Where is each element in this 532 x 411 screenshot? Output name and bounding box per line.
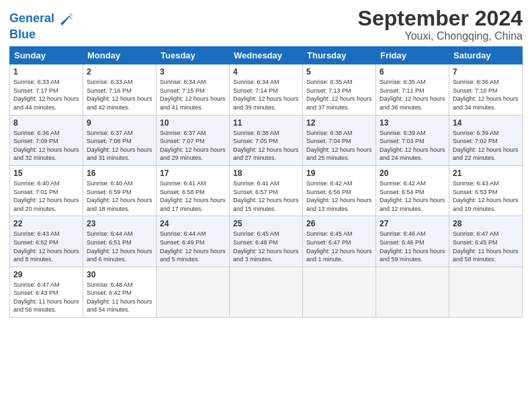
day-cell: 27 Sunrise: 6:46 AMSunset: 6:46 PMDaylig… — [376, 216, 449, 267]
day-cell: 21 Sunrise: 6:43 AMSunset: 6:53 PMDaylig… — [449, 165, 523, 216]
week-row-4: 22 Sunrise: 6:43 AMSunset: 6:52 PMDaylig… — [10, 216, 523, 267]
day-cell — [157, 267, 230, 317]
day-cell: 25 Sunrise: 6:45 AMSunset: 6:48 PMDaylig… — [230, 216, 303, 267]
day-number: 4 — [233, 67, 299, 77]
day-number: 1 — [13, 67, 79, 77]
day-cell: 19 Sunrise: 6:42 AMSunset: 6:56 PMDaylig… — [303, 165, 376, 216]
day-number: 12 — [306, 118, 372, 128]
day-info: Sunrise: 6:35 AMSunset: 7:11 PMDaylight:… — [380, 78, 445, 111]
day-info: Sunrise: 6:35 AMSunset: 7:13 PMDaylight:… — [306, 78, 372, 111]
day-number: 14 — [453, 118, 519, 128]
day-number: 19 — [306, 169, 372, 178]
weekday-header-row: SundayMondayTuesdayWednesdayThursdayFrid… — [10, 47, 523, 64]
day-number: 15 — [13, 169, 79, 178]
day-number: 11 — [233, 118, 299, 128]
day-info: Sunrise: 6:33 AMSunset: 7:16 PMDaylight:… — [87, 78, 152, 111]
day-cell: 23 Sunrise: 6:44 AMSunset: 6:51 PMDaylig… — [83, 216, 157, 267]
weekday-header-saturday: Saturday — [449, 47, 523, 64]
day-number: 9 — [87, 118, 152, 128]
svg-marker-1 — [63, 13, 73, 26]
day-number: 13 — [380, 118, 445, 128]
day-cell: 22 Sunrise: 6:43 AMSunset: 6:52 PMDaylig… — [10, 216, 83, 267]
day-info: Sunrise: 6:47 AMSunset: 6:45 PMDaylight:… — [453, 230, 519, 263]
day-cell: 1 Sunrise: 6:33 AMSunset: 7:17 PMDayligh… — [10, 64, 83, 115]
day-info: Sunrise: 6:36 AMSunset: 7:09 PMDaylight:… — [13, 129, 79, 163]
day-cell: 24 Sunrise: 6:44 AMSunset: 6:49 PMDaylig… — [157, 216, 230, 267]
calendar-table: SundayMondayTuesdayWednesdayThursdayFrid… — [9, 46, 523, 318]
day-number: 5 — [306, 67, 372, 77]
day-info: Sunrise: 6:40 AMSunset: 6:59 PMDaylight:… — [87, 179, 152, 213]
day-number: 28 — [453, 219, 519, 228]
day-info: Sunrise: 6:41 AMSunset: 6:57 PMDaylight:… — [233, 179, 299, 213]
day-cell — [303, 267, 376, 317]
day-number: 6 — [380, 67, 445, 77]
day-cell — [449, 267, 523, 317]
day-number: 18 — [233, 169, 299, 178]
day-cell: 20 Sunrise: 6:42 AMSunset: 6:54 PMDaylig… — [376, 165, 449, 216]
day-info: Sunrise: 6:42 AMSunset: 6:56 PMDaylight:… — [306, 179, 372, 213]
day-info: Sunrise: 6:47 AMSunset: 6:43 PMDaylight:… — [13, 281, 79, 314]
day-cell: 4 Sunrise: 6:34 AMSunset: 7:14 PMDayligh… — [230, 64, 303, 115]
logo-blue-text: Blue — [9, 28, 75, 42]
day-info: Sunrise: 6:36 AMSunset: 7:10 PMDaylight:… — [453, 78, 519, 111]
day-number: 7 — [453, 67, 519, 77]
logo: General Blue — [9, 9, 75, 42]
weekday-header-tuesday: Tuesday — [157, 47, 230, 64]
weekday-header-monday: Monday — [83, 47, 157, 64]
day-number: 21 — [453, 169, 519, 178]
day-number: 29 — [13, 270, 79, 279]
day-number: 17 — [160, 169, 226, 178]
day-cell: 30 Sunrise: 6:48 AMSunset: 6:42 PMDaylig… — [83, 267, 157, 317]
week-row-2: 8 Sunrise: 6:36 AMSunset: 7:09 PMDayligh… — [10, 115, 523, 165]
day-info: Sunrise: 6:37 AMSunset: 7:07 PMDaylight:… — [160, 129, 226, 163]
day-cell: 7 Sunrise: 6:36 AMSunset: 7:10 PMDayligh… — [449, 64, 523, 115]
day-cell: 10 Sunrise: 6:37 AMSunset: 7:07 PMDaylig… — [157, 115, 230, 165]
day-info: Sunrise: 6:46 AMSunset: 6:46 PMDaylight:… — [380, 230, 445, 263]
page: General Blue September 2024 Youxi, Chong… — [0, 0, 532, 411]
day-number: 2 — [87, 67, 152, 77]
week-row-5: 29 Sunrise: 6:47 AMSunset: 6:43 PMDaylig… — [10, 267, 523, 317]
day-info: Sunrise: 6:43 AMSunset: 6:52 PMDaylight:… — [13, 230, 79, 263]
day-info: Sunrise: 6:37 AMSunset: 7:08 PMDaylight:… — [87, 129, 152, 163]
day-info: Sunrise: 6:41 AMSunset: 6:58 PMDaylight:… — [160, 179, 226, 213]
day-info: Sunrise: 6:44 AMSunset: 6:51 PMDaylight:… — [87, 230, 152, 263]
calendar-subtitle: Youxi, Chongqing, China — [358, 30, 523, 42]
day-number: 8 — [13, 118, 79, 128]
day-cell: 5 Sunrise: 6:35 AMSunset: 7:13 PMDayligh… — [303, 64, 376, 115]
day-info: Sunrise: 6:38 AMSunset: 7:04 PMDaylight:… — [306, 129, 372, 163]
day-cell: 6 Sunrise: 6:35 AMSunset: 7:11 PMDayligh… — [376, 64, 449, 115]
day-number: 3 — [160, 67, 226, 77]
day-info: Sunrise: 6:45 AMSunset: 6:48 PMDaylight:… — [233, 230, 299, 263]
day-number: 26 — [306, 219, 372, 228]
day-info: Sunrise: 6:39 AMSunset: 7:02 PMDaylight:… — [453, 129, 519, 163]
weekday-header-wednesday: Wednesday — [230, 47, 303, 64]
day-number: 23 — [87, 219, 152, 228]
day-cell: 29 Sunrise: 6:47 AMSunset: 6:43 PMDaylig… — [10, 267, 83, 317]
day-number: 22 — [13, 219, 79, 228]
day-info: Sunrise: 6:44 AMSunset: 6:49 PMDaylight:… — [160, 230, 226, 263]
day-cell: 12 Sunrise: 6:38 AMSunset: 7:04 PMDaylig… — [303, 115, 376, 165]
day-cell: 17 Sunrise: 6:41 AMSunset: 6:58 PMDaylig… — [157, 165, 230, 216]
week-row-3: 15 Sunrise: 6:40 AMSunset: 7:01 PMDaylig… — [10, 165, 523, 216]
week-row-1: 1 Sunrise: 6:33 AMSunset: 7:17 PMDayligh… — [10, 64, 523, 115]
day-info: Sunrise: 6:33 AMSunset: 7:17 PMDaylight:… — [13, 78, 79, 111]
day-cell — [376, 267, 449, 317]
weekday-header-thursday: Thursday — [303, 47, 376, 64]
day-cell: 16 Sunrise: 6:40 AMSunset: 6:59 PMDaylig… — [83, 165, 157, 216]
day-info: Sunrise: 6:45 AMSunset: 6:47 PMDaylight:… — [306, 230, 372, 263]
weekday-header-friday: Friday — [376, 47, 449, 64]
day-info: Sunrise: 6:40 AMSunset: 7:01 PMDaylight:… — [13, 179, 79, 213]
day-cell: 9 Sunrise: 6:37 AMSunset: 7:08 PMDayligh… — [83, 115, 157, 165]
header: General Blue September 2024 Youxi, Chong… — [9, 7, 523, 42]
day-cell: 11 Sunrise: 6:38 AMSunset: 7:05 PMDaylig… — [230, 115, 303, 165]
day-cell: 18 Sunrise: 6:41 AMSunset: 6:57 PMDaylig… — [230, 165, 303, 216]
svg-marker-0 — [61, 15, 74, 26]
day-info: Sunrise: 6:34 AMSunset: 7:15 PMDaylight:… — [160, 78, 226, 111]
day-cell: 13 Sunrise: 6:39 AMSunset: 7:03 PMDaylig… — [376, 115, 449, 165]
logo-icon — [56, 9, 75, 28]
day-info: Sunrise: 6:39 AMSunset: 7:03 PMDaylight:… — [380, 129, 445, 163]
day-number: 27 — [380, 219, 445, 228]
day-info: Sunrise: 6:38 AMSunset: 7:05 PMDaylight:… — [233, 129, 299, 163]
calendar-title: September 2024 — [358, 7, 523, 30]
day-number: 24 — [160, 219, 226, 228]
